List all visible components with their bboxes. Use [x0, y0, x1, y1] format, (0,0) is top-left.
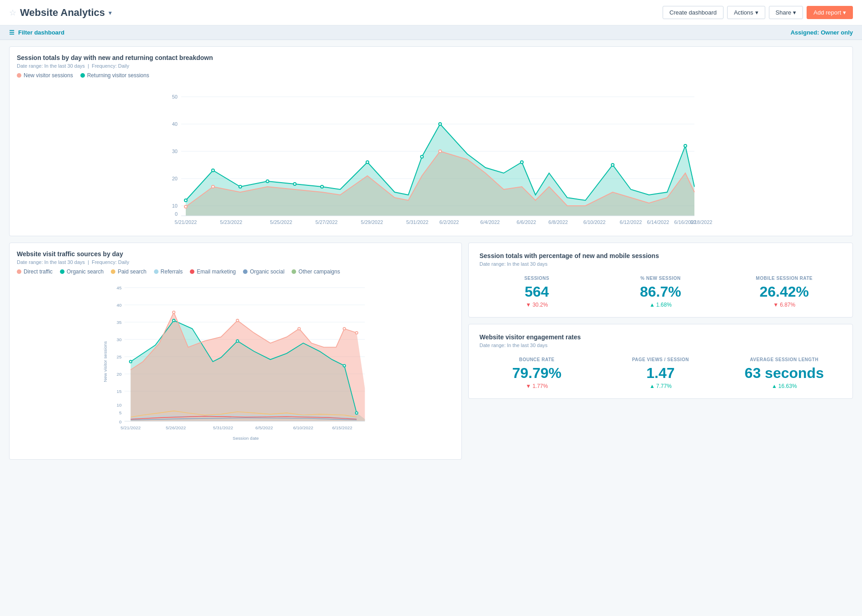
stat-sessions: SESSIONS 564 ▼ 30.2% [480, 276, 594, 308]
svg-point-71 [173, 311, 175, 313]
svg-text:6/5/2022: 6/5/2022 [255, 425, 273, 430]
chart1-svg: 50 40 30 20 10 0 [17, 83, 845, 229]
chart-session-totals: Session totals by day with new and retur… [9, 46, 853, 236]
svg-text:5/25/2022: 5/25/2022 [270, 219, 292, 225]
chart2-title: Website visit traffic sources by day [17, 250, 454, 258]
legend-dot-organic [60, 269, 64, 274]
svg-text:5/23/2022: 5/23/2022 [220, 219, 243, 225]
chart2-legend: Direct traffic Organic search Paid searc… [17, 268, 454, 275]
svg-point-73 [298, 328, 300, 330]
legend-referrals: Referrals [154, 268, 183, 275]
create-dashboard-button[interactable]: Create dashboard [663, 6, 723, 19]
svg-point-26 [212, 185, 214, 188]
legend-dot-pink [17, 73, 21, 78]
stats2-meta: Date range: In the last 30 days [480, 343, 842, 348]
svg-point-18 [321, 185, 323, 188]
legend-dot-paid [111, 269, 115, 274]
svg-text:5/31/2022: 5/31/2022 [213, 425, 233, 430]
bottom-row: Website visit traffic sources by day Dat… [9, 243, 853, 466]
star-icon[interactable]: ☆ [9, 8, 16, 18]
svg-text:6/10/2022: 6/10/2022 [293, 425, 314, 430]
svg-text:New visitor sessions: New visitor sessions [103, 341, 108, 382]
chart1-title: Session totals by day with new and retur… [17, 54, 845, 61]
svg-text:5/29/2022: 5/29/2022 [361, 219, 383, 225]
stat-avg-session-length: AVERAGE SESSION LENGTH 63 seconds ▲ 16.6… [727, 357, 842, 389]
stat-bounce-rate: BOUNCE RATE 79.79% ▼ 1.77% [480, 357, 594, 389]
svg-text:10: 10 [172, 203, 178, 209]
svg-point-15 [239, 185, 242, 188]
svg-text:6/8/2022: 6/8/2022 [549, 219, 568, 225]
header-right: Create dashboard Actions ▾ Share ▾ Add r… [663, 6, 853, 19]
legend-dot-teal [80, 73, 85, 78]
svg-text:6/2/2022: 6/2/2022 [440, 219, 459, 225]
share-button[interactable]: Share ▾ [769, 6, 803, 19]
svg-point-67 [173, 319, 175, 322]
legend-email-marketing: Email marketing [190, 268, 236, 275]
svg-text:40: 40 [172, 121, 178, 127]
svg-text:6/4/2022: 6/4/2022 [481, 219, 500, 225]
chevron-down-icon[interactable]: ▾ [109, 9, 112, 16]
svg-text:6/15/2022: 6/15/2022 [332, 425, 353, 430]
legend-dot-direct [17, 269, 21, 274]
dashboard-title: Website Analytics [20, 7, 105, 19]
svg-point-20 [421, 155, 423, 158]
svg-point-14 [212, 169, 214, 172]
svg-text:30: 30 [172, 149, 178, 154]
chart-traffic-sources: Website visit traffic sources by day Dat… [9, 243, 462, 460]
svg-point-69 [343, 364, 345, 367]
chart1-meta: Date range: In the last 30 days | Freque… [17, 63, 845, 69]
legend-dot-other [292, 269, 296, 274]
filter-assigned: Assigned: Owner only [791, 29, 853, 36]
actions-button[interactable]: Actions ▾ [727, 6, 765, 19]
svg-point-21 [439, 123, 441, 125]
arrow-down-icon2: ▼ [773, 302, 778, 308]
legend-direct-traffic: Direct traffic [17, 268, 53, 275]
assigned-value[interactable]: Owner only [821, 29, 853, 36]
svg-text:5: 5 [119, 410, 122, 415]
svg-point-72 [236, 319, 238, 322]
svg-text:40: 40 [117, 303, 122, 308]
svg-point-25 [184, 205, 187, 208]
svg-text:0: 0 [119, 419, 122, 424]
legend-returning-visitor: Returning visitor sessions [80, 72, 149, 79]
filter-icon: ☰ [9, 29, 15, 36]
filter-dashboard-button[interactable]: ☰ Filter dashboard [9, 29, 64, 36]
chart2-svg: 45 40 35 30 25 20 15 10 5 0 New visitor … [17, 279, 454, 452]
svg-text:30: 30 [117, 337, 122, 342]
right-column: Session totals with percentage of new an… [468, 243, 853, 466]
svg-text:5/27/2022: 5/27/2022 [316, 219, 338, 225]
arrow-down-icon: ▼ [525, 302, 531, 308]
svg-text:15: 15 [117, 389, 122, 394]
stats-card-engagement: Website visitor engagement rates Date ra… [468, 324, 853, 399]
header-left: ☆ Website Analytics ▾ [9, 7, 112, 19]
svg-point-27 [439, 150, 441, 153]
svg-text:0: 0 [175, 211, 178, 217]
stats1-grid: SESSIONS 564 ▼ 30.2% % NEW SESSION 86.7%… [480, 276, 842, 308]
legend-other-campaigns: Other campaigns [292, 268, 340, 275]
legend-paid-search: Paid search [111, 268, 146, 275]
add-report-button[interactable]: Add report ▾ [807, 6, 853, 19]
stats1-meta: Date range: In the last 30 days [480, 261, 842, 267]
stats2-title: Website visitor engagement rates [480, 333, 842, 341]
svg-point-23 [611, 164, 614, 166]
filter-bar: ☰ Filter dashboard Assigned: Owner only [0, 25, 862, 40]
svg-text:6/12/2022: 6/12/2022 [620, 219, 642, 225]
stats2-grid: BOUNCE RATE 79.79% ▼ 1.77% PAGE VIEWS / … [480, 357, 842, 389]
arrow-up-icon3: ▲ [772, 383, 777, 389]
chart1-container: 50 40 30 20 10 0 [17, 83, 845, 229]
svg-text:20: 20 [117, 372, 122, 377]
svg-point-74 [343, 328, 345, 330]
svg-text:35: 35 [117, 320, 122, 325]
svg-text:50: 50 [172, 94, 178, 99]
svg-text:5/31/2022: 5/31/2022 [406, 219, 429, 225]
chart2-meta: Date range: In the last 30 days | Freque… [17, 259, 454, 265]
stat-new-session: % NEW SESSION 86.7% ▲ 1.68% [603, 276, 718, 308]
legend-dot-social [243, 269, 248, 274]
svg-text:Session date: Session date [233, 436, 259, 441]
svg-point-19 [366, 161, 369, 164]
svg-text:6/10/2022: 6/10/2022 [584, 219, 606, 225]
svg-text:10: 10 [117, 402, 122, 407]
svg-point-22 [520, 161, 523, 164]
stats-card-sessions: Session totals with percentage of new an… [468, 243, 853, 318]
arrow-down-icon3: ▼ [525, 383, 531, 389]
